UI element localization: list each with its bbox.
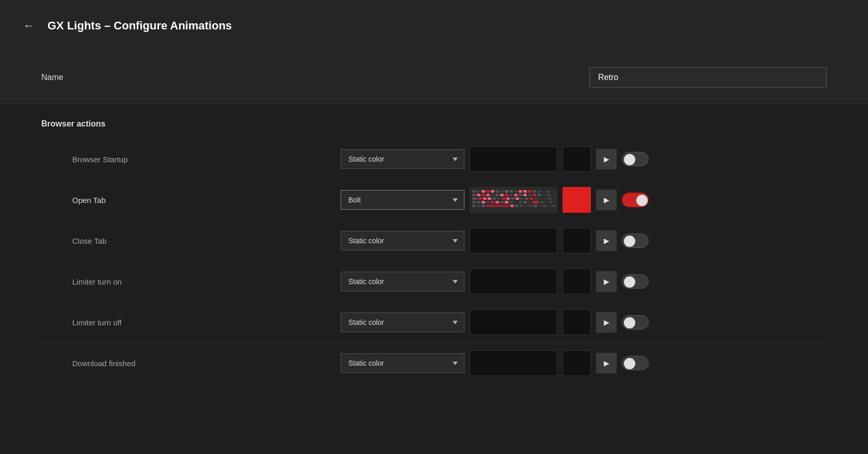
dropdown-limiter-turn-on[interactable]: Static color Bolt bbox=[341, 272, 464, 291]
svg-rect-59 bbox=[491, 201, 494, 203]
dropdown-open-tab[interactable]: Static color Bolt Pulse bbox=[341, 190, 464, 210]
swatch-download-finished bbox=[562, 350, 591, 376]
play-open-tab[interactable]: ▶ bbox=[596, 190, 617, 210]
preview-download-finished bbox=[470, 350, 557, 376]
svg-rect-82 bbox=[538, 205, 542, 207]
svg-rect-6 bbox=[495, 190, 499, 193]
svg-rect-17 bbox=[546, 190, 550, 193]
svg-rect-26 bbox=[505, 194, 508, 196]
svg-rect-50 bbox=[534, 197, 538, 200]
svg-rect-45 bbox=[511, 197, 515, 200]
dropdown-limiter-turn-off[interactable]: Static color Bolt bbox=[341, 312, 464, 332]
svg-rect-44 bbox=[506, 197, 510, 200]
row-open-tab: Open Tab Static color Bolt Pulse bbox=[41, 180, 827, 221]
controls-open-tab: Static color Bolt Pulse bbox=[341, 187, 796, 213]
svg-rect-19 bbox=[472, 194, 476, 196]
svg-rect-68 bbox=[533, 201, 539, 203]
svg-rect-32 bbox=[533, 194, 536, 196]
svg-rect-51 bbox=[539, 197, 542, 200]
svg-rect-85 bbox=[552, 205, 556, 207]
svg-rect-55 bbox=[472, 201, 476, 203]
svg-rect-70 bbox=[544, 201, 548, 203]
svg-rect-35 bbox=[546, 194, 550, 196]
svg-rect-69 bbox=[540, 201, 543, 203]
label-browser-startup: Browser Startup bbox=[72, 155, 341, 164]
svg-rect-41 bbox=[492, 197, 496, 200]
svg-rect-23 bbox=[491, 194, 494, 196]
toggle-knob-browser-startup bbox=[624, 154, 635, 165]
svg-rect-61 bbox=[500, 201, 504, 203]
swatch-close-tab bbox=[562, 228, 591, 254]
swatch-limiter-turn-on bbox=[562, 269, 591, 294]
play-close-tab[interactable]: ▶ bbox=[596, 230, 617, 251]
play-limiter-turn-off[interactable]: ▶ bbox=[596, 312, 617, 333]
preview-close-tab bbox=[470, 228, 557, 254]
svg-rect-66 bbox=[523, 201, 527, 203]
svg-rect-60 bbox=[495, 201, 499, 203]
svg-rect-11 bbox=[519, 190, 522, 193]
toggle-track-download-finished bbox=[622, 356, 649, 370]
dropdown-close-tab[interactable]: Static color Bolt bbox=[341, 231, 464, 251]
back-button[interactable]: ← bbox=[21, 17, 37, 35]
svg-rect-37 bbox=[472, 197, 477, 200]
name-input[interactable] bbox=[589, 67, 827, 88]
toggle-download-finished[interactable] bbox=[622, 356, 649, 370]
svg-rect-21 bbox=[481, 194, 485, 196]
toggle-close-tab[interactable] bbox=[622, 233, 649, 248]
svg-rect-18 bbox=[551, 190, 555, 193]
svg-rect-36 bbox=[551, 194, 557, 196]
row-browser-startup: Browser Startup Static color Bolt Pulse … bbox=[41, 139, 827, 180]
svg-rect-47 bbox=[520, 197, 524, 200]
svg-rect-58 bbox=[486, 201, 490, 203]
svg-rect-3 bbox=[481, 190, 485, 193]
play-limiter-turn-on[interactable]: ▶ bbox=[596, 271, 617, 292]
svg-rect-14 bbox=[533, 190, 536, 193]
label-limiter-turn-off: Limiter turn off bbox=[72, 318, 341, 327]
svg-rect-40 bbox=[488, 197, 491, 200]
svg-rect-42 bbox=[497, 197, 501, 200]
svg-rect-84 bbox=[548, 205, 551, 207]
preview-limiter-turn-on bbox=[470, 269, 557, 294]
svg-rect-29 bbox=[519, 194, 522, 196]
svg-rect-63 bbox=[509, 201, 513, 203]
toggle-open-tab[interactable] bbox=[622, 193, 649, 207]
dropdown-browser-startup[interactable]: Static color Bolt Pulse bbox=[341, 149, 464, 169]
content: Browser actions Browser Startup Static c… bbox=[0, 104, 868, 454]
svg-rect-46 bbox=[516, 197, 519, 200]
toggle-browser-startup[interactable] bbox=[622, 152, 649, 166]
svg-rect-57 bbox=[481, 201, 485, 203]
toggle-track-limiter-turn-off bbox=[622, 315, 649, 330]
svg-rect-65 bbox=[519, 201, 522, 203]
svg-rect-74 bbox=[481, 205, 485, 207]
toggle-knob-limiter-turn-off bbox=[624, 317, 635, 328]
svg-rect-27 bbox=[509, 194, 513, 196]
row-download-finished: Download finished Static color Bolt ▶ bbox=[41, 343, 827, 383]
svg-rect-7 bbox=[500, 190, 504, 193]
controls-browser-startup: Static color Bolt Pulse ▶ bbox=[341, 146, 796, 172]
svg-rect-52 bbox=[543, 197, 547, 200]
row-close-tab: Close Tab Static color Bolt ▶ bbox=[41, 221, 827, 261]
svg-rect-1 bbox=[472, 190, 476, 193]
back-arrow-icon: ← bbox=[23, 19, 35, 33]
svg-rect-24 bbox=[495, 194, 499, 196]
preview-browser-startup bbox=[470, 146, 557, 172]
toggle-track-limiter-turn-on bbox=[622, 274, 649, 289]
svg-rect-2 bbox=[477, 190, 480, 193]
swatch-open-tab bbox=[562, 187, 591, 213]
toggle-limiter-turn-off[interactable] bbox=[622, 315, 649, 330]
svg-rect-77 bbox=[515, 205, 519, 207]
controls-download-finished: Static color Bolt ▶ bbox=[341, 350, 796, 376]
toggle-limiter-turn-on[interactable] bbox=[622, 274, 649, 289]
svg-rect-79 bbox=[524, 205, 528, 207]
svg-rect-78 bbox=[520, 205, 523, 207]
svg-rect-83 bbox=[543, 205, 546, 207]
preview-open-tab bbox=[470, 187, 557, 213]
svg-rect-53 bbox=[548, 197, 552, 200]
svg-rect-33 bbox=[537, 194, 541, 196]
app-container: ← GX Lights – Configure Animations Name … bbox=[0, 0, 868, 454]
play-download-finished[interactable]: ▶ bbox=[596, 353, 617, 373]
play-browser-startup[interactable]: ▶ bbox=[596, 149, 617, 169]
dropdown-download-finished[interactable]: Static color Bolt bbox=[341, 353, 464, 373]
browser-actions-title: Browser actions bbox=[41, 119, 827, 129]
controls-limiter-turn-on: Static color Bolt ▶ bbox=[341, 269, 796, 294]
